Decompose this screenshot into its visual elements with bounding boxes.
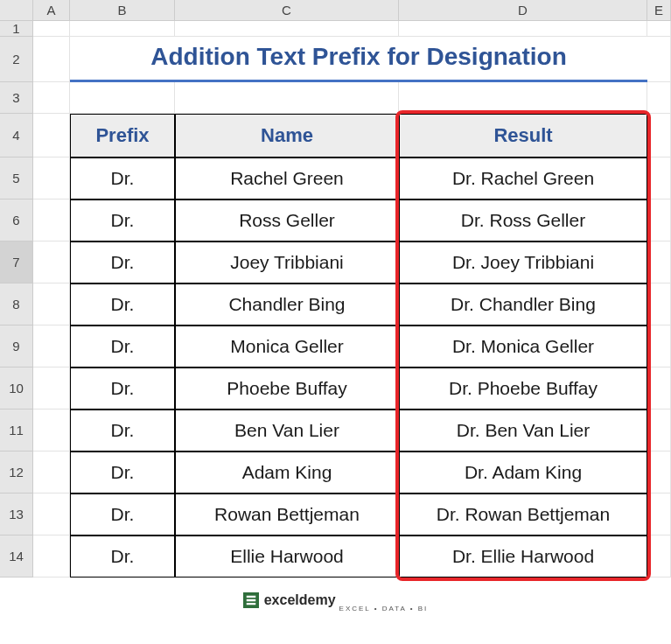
cell-prefix-2[interactable]: Dr. [70,200,175,242]
cell-prefix-4[interactable]: Dr. [70,284,175,326]
cell-result-2[interactable]: Dr. Ross Geller [399,200,647,242]
cell-E4[interactable] [647,114,671,158]
cell-name-6[interactable]: Phoebe Buffay [175,368,399,410]
cell-A1[interactable] [33,21,70,37]
cell-prefix-7[interactable]: Dr. [70,410,175,452]
watermark-footer: exceldemy EXCEL • DATA • BI [0,583,671,618]
cell-E9[interactable] [647,326,671,368]
cell-name-4[interactable]: Chandler Bing [175,284,399,326]
cell-prefix-6[interactable]: Dr. [70,368,175,410]
cell-D3[interactable] [399,82,647,114]
cell-name-1[interactable]: Rachel Green [175,158,399,200]
cell-prefix-5[interactable]: Dr. [70,326,175,368]
cell-prefix-3[interactable]: Dr. [70,242,175,284]
row-header-2[interactable]: 2 [0,37,33,82]
header-result[interactable]: Result [399,114,647,158]
cell-E3[interactable] [647,82,671,114]
cell-prefix-1[interactable]: Dr. [70,158,175,200]
cell-B3[interactable] [70,82,175,114]
row-headers: 1234567891011121314 [0,21,33,578]
cell-name-3[interactable]: Joey Tribbiani [175,242,399,284]
column-header-A[interactable]: A [33,0,70,21]
cell-A5[interactable] [33,158,70,200]
cell-E11[interactable] [647,410,671,452]
cell-E7[interactable] [647,242,671,284]
cell-name-2[interactable]: Ross Geller [175,200,399,242]
column-header-D[interactable]: D [399,0,647,21]
cell-name-8[interactable]: Adam King [175,452,399,494]
cell-E13[interactable] [647,494,671,536]
cell-name-10[interactable]: Ellie Harwood [175,536,399,578]
title-cell[interactable]: Addition Text Prefix for Designation [70,37,647,82]
row-header-12[interactable]: 12 [0,452,33,494]
row-header-14[interactable]: 14 [0,536,33,578]
cell-prefix-10[interactable]: Dr. [70,536,175,578]
header-name[interactable]: Name [175,114,399,158]
cell-E1[interactable] [647,21,671,37]
row-header-5[interactable]: 5 [0,158,33,200]
cell-result-4[interactable]: Dr. Chandler Bing [399,284,647,326]
footer-tagline: EXCEL • DATA • BI [339,605,429,618]
cell-A6[interactable] [33,200,70,242]
row-header-3[interactable]: 3 [0,82,33,114]
cell-E5[interactable] [647,158,671,200]
cell-A4[interactable] [33,114,70,158]
cell-prefix-9[interactable]: Dr. [70,494,175,536]
cell-A7[interactable] [33,242,70,284]
cell-A12[interactable] [33,452,70,494]
cell-result-6[interactable]: Dr. Phoebe Buffay [399,368,647,410]
cell-A9[interactable] [33,326,70,368]
row-header-4[interactable]: 4 [0,114,33,158]
row-header-7[interactable]: 7 [0,242,33,284]
exceldemy-logo-icon [243,592,259,608]
cell-result-9[interactable]: Dr. Rowan Bettjeman [399,494,647,536]
row-header-10[interactable]: 10 [0,368,33,410]
cell-result-1[interactable]: Dr. Rachel Green [399,158,647,200]
select-all-corner[interactable] [0,0,33,21]
cell-E12[interactable] [647,452,671,494]
cell-result-3[interactable]: Dr. Joey Tribbiani [399,242,647,284]
column-headers: ABCDE [33,0,671,21]
row-header-1[interactable]: 1 [0,21,33,37]
cell-result-10[interactable]: Dr. Ellie Harwood [399,536,647,578]
cell-prefix-8[interactable]: Dr. [70,452,175,494]
cell-E2[interactable] [647,37,671,82]
row-header-9[interactable]: 9 [0,326,33,368]
cell-A11[interactable] [33,410,70,452]
column-header-C[interactable]: C [175,0,399,21]
cell-name-7[interactable]: Ben Van Lier [175,410,399,452]
spreadsheet-area: ABCDE 1234567891011121314 Addition Text … [0,0,671,612]
column-header-E[interactable]: E [647,0,671,21]
cell-result-5[interactable]: Dr. Monica Geller [399,326,647,368]
cell-D1[interactable] [399,21,647,37]
cell-E14[interactable] [647,536,671,578]
row-header-13[interactable]: 13 [0,494,33,536]
column-header-B[interactable]: B [70,0,175,21]
cell-A14[interactable] [33,536,70,578]
cell-C1[interactable] [175,21,399,37]
cell-A8[interactable] [33,284,70,326]
footer-brand: exceldemy [264,592,336,608]
cell-E8[interactable] [647,284,671,326]
cell-B1[interactable] [70,21,175,37]
cell-name-5[interactable]: Monica Geller [175,326,399,368]
cell-name-9[interactable]: Rowan Bettjeman [175,494,399,536]
row-header-11[interactable]: 11 [0,410,33,452]
cell-result-8[interactable]: Dr. Adam King [399,452,647,494]
cell-A2[interactable] [33,37,70,82]
cell-A3[interactable] [33,82,70,114]
cell-E10[interactable] [647,368,671,410]
cell-C3[interactable] [175,82,399,114]
header-prefix[interactable]: Prefix [70,114,175,158]
cell-A10[interactable] [33,368,70,410]
cell-result-7[interactable]: Dr. Ben Van Lier [399,410,647,452]
cell-A13[interactable] [33,494,70,536]
row-header-6[interactable]: 6 [0,200,33,242]
row-header-8[interactable]: 8 [0,284,33,326]
cell-E6[interactable] [647,200,671,242]
